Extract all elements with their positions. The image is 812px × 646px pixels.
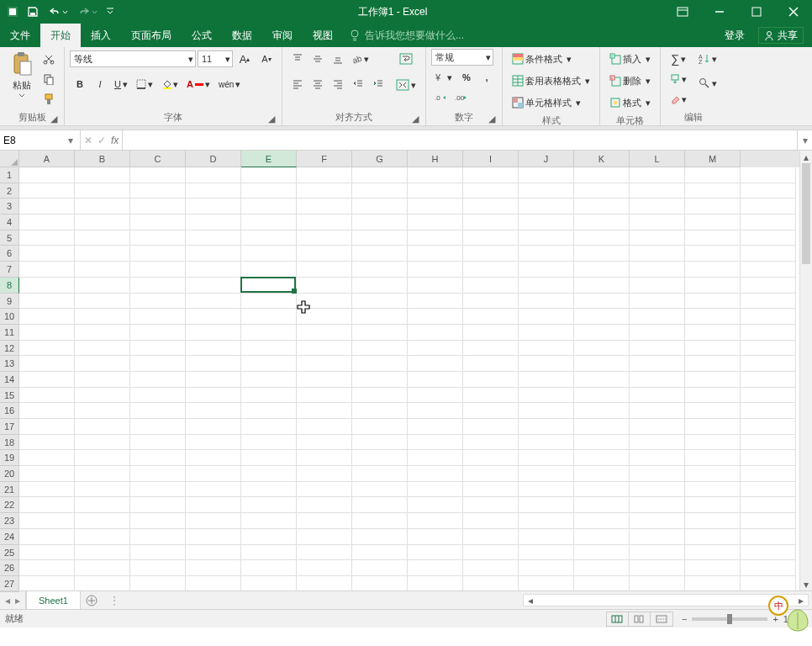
tab-view[interactable]: 视图	[303, 24, 343, 47]
comma-style-button[interactable]: ,	[477, 68, 496, 87]
border-button[interactable]: ▾	[133, 75, 156, 93]
row-header[interactable]: 23	[0, 513, 19, 529]
row-header[interactable]: 6	[0, 246, 19, 262]
row-header[interactable]: 12	[0, 341, 19, 357]
tab-formulas[interactable]: 公式	[182, 24, 222, 47]
redo-icon[interactable]	[73, 0, 101, 24]
row-header[interactable]: 14	[0, 372, 19, 388]
row-header[interactable]: 8	[0, 278, 19, 294]
increase-decimal-button[interactable]: .0	[432, 88, 451, 107]
decrease-font-button[interactable]: A▾	[257, 50, 276, 68]
column-header[interactable]: L	[630, 151, 685, 167]
row-header[interactable]: 24	[0, 529, 19, 545]
cell-styles-button[interactable]: 单元格样式 ▾	[509, 93, 584, 112]
align-bottom-button[interactable]	[329, 50, 347, 68]
page-layout-view-button[interactable]	[629, 612, 651, 626]
cut-button[interactable]	[40, 50, 58, 68]
autosum-button[interactable]: ∑▾	[667, 50, 690, 68]
tab-split-handle[interactable]: ⋮	[109, 595, 119, 606]
accounting-format-button[interactable]: ¥▾	[432, 68, 456, 87]
chevron-down-icon[interactable]: ▾	[65, 135, 76, 146]
enter-formula-icon[interactable]: ✓	[98, 135, 106, 146]
font-name-combo[interactable]: 等线▾	[70, 50, 196, 67]
zoom-out-button[interactable]: −	[682, 614, 687, 624]
tab-file[interactable]: 文件	[0, 24, 40, 47]
row-header[interactable]: 21	[0, 482, 19, 498]
row-header[interactable]: 9	[0, 294, 19, 310]
zoom-thumb[interactable]	[727, 614, 732, 624]
column-header[interactable]: G	[352, 151, 408, 167]
orientation-button[interactable]: ab▾	[349, 50, 372, 68]
row-header[interactable]: 4	[0, 214, 19, 230]
align-middle-button[interactable]	[308, 50, 327, 68]
phonetic-button[interactable]: wén▾	[215, 75, 244, 93]
format-painter-button[interactable]	[40, 90, 58, 109]
insert-cells-button[interactable]: +插入 ▾	[606, 50, 654, 68]
assistant-leaf-icon[interactable]	[785, 607, 810, 633]
zoom-slider[interactable]	[692, 617, 767, 621]
row-header[interactable]: 1	[0, 167, 19, 183]
fill-color-button[interactable]: ▾	[158, 75, 182, 93]
column-header[interactable]: H	[408, 151, 463, 167]
column-header[interactable]: J	[519, 151, 574, 167]
column-header[interactable]: E	[241, 151, 297, 167]
row-header[interactable]: 25	[0, 545, 19, 561]
sort-filter-button[interactable]: AZ▾	[695, 50, 720, 68]
align-right-button[interactable]	[329, 75, 347, 93]
dialog-launcher-icon[interactable]: ◢	[266, 114, 277, 124]
save-icon[interactable]	[24, 0, 42, 24]
row-header[interactable]: 20	[0, 466, 19, 482]
column-header[interactable]: K	[574, 151, 630, 167]
row-header[interactable]: 19	[0, 450, 19, 466]
formula-input[interactable]	[123, 130, 797, 150]
column-header[interactable]: M	[685, 151, 741, 167]
scroll-left-icon[interactable]: ◂	[524, 595, 537, 606]
row-header[interactable]: 18	[0, 435, 19, 451]
paste-button[interactable]: 粘贴	[5, 49, 39, 99]
ribbon-display-icon[interactable]	[664, 0, 701, 24]
wrap-text-button[interactable]	[393, 50, 419, 68]
column-header[interactable]: A	[19, 151, 75, 167]
copy-button[interactable]	[40, 70, 58, 88]
active-cell[interactable]	[240, 277, 296, 293]
scroll-down-icon[interactable]: ▾	[800, 578, 812, 590]
align-left-button[interactable]	[288, 75, 307, 93]
column-header[interactable]: D	[186, 151, 241, 167]
undo-icon[interactable]	[44, 0, 71, 24]
row-header[interactable]: 26	[0, 560, 19, 576]
find-select-button[interactable]: ▾	[695, 74, 720, 93]
column-header[interactable]: B	[75, 151, 130, 167]
row-header[interactable]: 7	[0, 262, 19, 278]
excel-app-icon[interactable]	[3, 0, 22, 24]
italic-button[interactable]: I	[91, 75, 109, 93]
name-box-input[interactable]	[3, 135, 65, 146]
close-icon[interactable]	[775, 0, 812, 24]
decrease-decimal-button[interactable]: .00	[452, 88, 471, 107]
column-header[interactable]: F	[297, 151, 352, 167]
tab-page-layout[interactable]: 页面布局	[121, 24, 182, 47]
scroll-up-icon[interactable]: ▴	[800, 151, 812, 163]
format-cells-button[interactable]: 格式 ▾	[606, 93, 654, 112]
align-top-button[interactable]	[288, 50, 307, 68]
scroll-thumb[interactable]	[802, 163, 810, 264]
row-header[interactable]: 22	[0, 497, 19, 513]
fx-icon[interactable]: fx	[111, 135, 119, 146]
maximize-icon[interactable]	[738, 0, 775, 24]
conditional-format-button[interactable]: 条件格式 ▾	[509, 50, 575, 68]
row-header[interactable]: 3	[0, 199, 19, 214]
cells-grid[interactable]	[19, 167, 799, 590]
row-header[interactable]: 16	[0, 403, 19, 419]
align-center-button[interactable]	[308, 75, 327, 93]
underline-button[interactable]: U▾	[111, 75, 131, 93]
column-header[interactable]: C	[130, 151, 186, 167]
row-header[interactable]: 17	[0, 419, 19, 435]
delete-cells-button[interactable]: ×删除 ▾	[606, 71, 654, 90]
dialog-launcher-icon[interactable]: ◢	[49, 114, 59, 124]
merge-button[interactable]: ▾	[393, 76, 419, 94]
dialog-launcher-icon[interactable]: ◢	[487, 114, 497, 124]
page-break-view-button[interactable]	[651, 612, 672, 626]
increase-font-button[interactable]: A▴	[235, 50, 254, 68]
cancel-formula-icon[interactable]: ✕	[84, 135, 92, 146]
fill-handle[interactable]	[292, 289, 297, 294]
share-button[interactable]: 共享	[758, 27, 804, 44]
